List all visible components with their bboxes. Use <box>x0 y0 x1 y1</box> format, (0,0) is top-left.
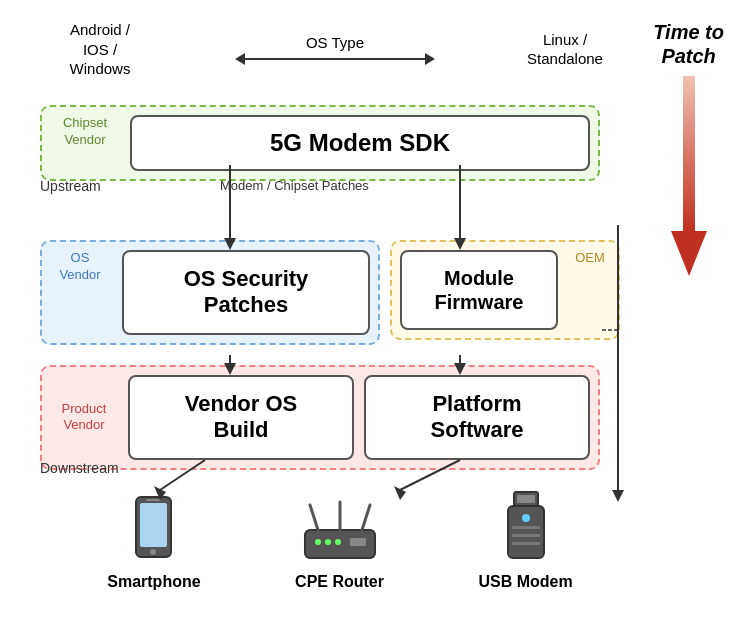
svg-rect-5 <box>146 499 160 501</box>
sdk-box: 5G Modem SDK <box>130 115 590 171</box>
oem-label: OEM <box>570 250 610 267</box>
os-type-row: Android /IOS /Windows OS Type Linux /Sta… <box>40 20 620 79</box>
svg-rect-3 <box>140 503 167 547</box>
svg-rect-15 <box>517 495 535 503</box>
platform-software-box: PlatformSoftware <box>364 375 590 460</box>
module-firmware-container: OEM ModuleFirmware <box>390 240 620 340</box>
vendor-os-box: Vendor OSBuild <box>128 375 354 460</box>
os-security-box: OS SecurityPatches <box>122 250 370 335</box>
svg-rect-16 <box>508 506 544 558</box>
time-to-patch-label: Time toPatch <box>653 20 724 68</box>
usb-modem-device: USB Modem <box>479 490 573 591</box>
svg-point-4 <box>150 549 156 555</box>
product-vendor-label: ProductVendor <box>50 401 118 435</box>
os-type-label: OS Type <box>306 34 364 51</box>
downstream-label: Downstream <box>40 460 119 476</box>
cpe-router-icon <box>300 500 380 565</box>
android-ios-label: Android /IOS /Windows <box>40 20 160 79</box>
svg-rect-19 <box>512 534 540 537</box>
product-vendor-container: ProductVendor Vendor OSBuild PlatformSof… <box>40 365 600 470</box>
svg-line-7 <box>310 505 318 530</box>
svg-point-17 <box>522 514 530 522</box>
time-to-patch: Time toPatch <box>653 20 724 276</box>
usb-modem-icon <box>496 490 556 565</box>
cpe-router-label: CPE Router <box>295 573 384 591</box>
svg-rect-20 <box>512 542 540 545</box>
smartphone-icon <box>126 495 181 565</box>
upstream-label: Upstream <box>40 178 101 194</box>
svg-rect-0 <box>683 76 695 231</box>
svg-point-11 <box>325 539 331 545</box>
usb-modem-label: USB Modem <box>479 573 573 591</box>
chipset-vendor-label: ChipsetVendor <box>50 115 120 149</box>
diagram: Android /IOS /Windows OS Type Linux /Sta… <box>0 0 754 632</box>
time-gradient-arrow <box>671 76 707 276</box>
svg-line-9 <box>362 505 370 530</box>
module-firmware-box: ModuleFirmware <box>400 250 558 330</box>
devices-row: Smartphone CPE Router <box>60 490 620 591</box>
os-vendor-container: OSVendor OS SecurityPatches <box>40 240 380 345</box>
linux-standalone-label: Linux /Standalone <box>510 30 620 69</box>
modem-patches-label: Modem / Chipset Patches <box>220 178 369 193</box>
chipset-vendor-container: ChipsetVendor 5G Modem SDK <box>40 105 600 181</box>
svg-marker-1 <box>671 231 707 276</box>
svg-point-12 <box>335 539 341 545</box>
svg-rect-13 <box>350 538 366 546</box>
arrow-line <box>245 58 425 60</box>
svg-point-10 <box>315 539 321 545</box>
bidirectional-arrow <box>235 53 435 65</box>
svg-rect-18 <box>512 526 540 529</box>
sdk-label: 5G Modem SDK <box>270 129 450 156</box>
arrow-head-left-icon <box>235 53 245 65</box>
smartphone-device: Smartphone <box>107 495 200 591</box>
arrow-head-right-icon <box>425 53 435 65</box>
os-type-arrow: OS Type <box>160 34 510 65</box>
cpe-router-device: CPE Router <box>295 500 384 591</box>
os-vendor-label: OSVendor <box>50 250 110 284</box>
smartphone-label: Smartphone <box>107 573 200 591</box>
